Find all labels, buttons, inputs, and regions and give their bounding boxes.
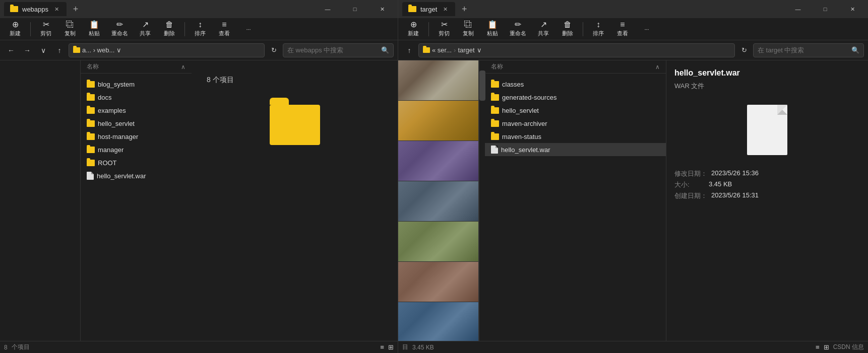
left-sort-button[interactable]: ↕ 排序 xyxy=(189,19,211,39)
right-paste-button[interactable]: 📋 粘贴 xyxy=(481,19,504,39)
list-item[interactable]: host-manager xyxy=(81,130,192,143)
left-copy-button[interactable]: ⿻ 复制 xyxy=(59,19,81,39)
left-main-content: 名称 ∧ blog_systemdocsexampleshello_servle… xyxy=(0,60,398,341)
left-col-name: 名称 xyxy=(87,62,181,71)
item-name: examples xyxy=(98,107,185,114)
list-item[interactable]: docs xyxy=(81,91,192,104)
right-search-box[interactable]: 🔍 xyxy=(753,43,864,57)
right-view-button[interactable]: ≡ 查看 xyxy=(611,19,634,39)
item-name: host-manager xyxy=(98,133,185,140)
list-item[interactable]: maven-archiver xyxy=(485,117,666,130)
detail-size-label: 大小: xyxy=(674,180,705,189)
item-name: hello_servlet.war xyxy=(97,172,185,180)
list-item[interactable]: hello_servlet xyxy=(485,104,666,117)
right-tab[interactable]: target ✕ xyxy=(402,2,455,16)
item-name: manager xyxy=(98,146,185,154)
right-file-list: classesgenerated-sourceshello_servletmav… xyxy=(485,74,666,341)
right-new-tab-button[interactable]: + xyxy=(457,2,471,16)
right-share-button[interactable]: ↗ 共享 xyxy=(532,19,554,39)
right-more-button[interactable]: ··· xyxy=(636,24,658,34)
left-minimize-button[interactable]: — xyxy=(316,2,339,16)
folder-icon xyxy=(491,133,499,140)
left-view-grid-button[interactable]: ⊞ xyxy=(388,343,394,351)
list-item[interactable]: examples xyxy=(81,104,192,117)
left-delete-label: 删除 xyxy=(164,30,175,37)
left-window: webapps ✕ + — □ ✕ ⊕ 新建 ✂ 剪切 ⿻ 复制 📋 粘贴 ✏ xyxy=(0,0,398,353)
list-item[interactable]: maven-status xyxy=(485,130,666,143)
left-share-button[interactable]: ↗ 共享 xyxy=(134,19,156,39)
left-refresh-button[interactable]: ↻ xyxy=(267,43,281,57)
right-scrollbar-track[interactable] xyxy=(479,60,485,341)
thumbnail-6 xyxy=(398,262,478,302)
breadcrumb-expand-button[interactable]: ∨ xyxy=(116,46,121,54)
left-new-tab-button[interactable]: + xyxy=(69,2,83,16)
left-search-icon[interactable]: 🔍 xyxy=(381,46,389,54)
left-copy-label: 复制 xyxy=(65,30,76,37)
list-item[interactable]: classes xyxy=(485,78,666,91)
right-refresh-button[interactable]: ↻ xyxy=(737,43,751,57)
left-breadcrumb[interactable]: a... › web... ∨ xyxy=(69,43,265,57)
left-up-button[interactable]: ↑ xyxy=(52,43,67,57)
left-view-list-button[interactable]: ≡ xyxy=(380,343,384,351)
item-name: hello_servlet xyxy=(98,120,185,127)
left-new-button[interactable]: ⊕ 新建 xyxy=(4,19,26,39)
list-item[interactable]: manager xyxy=(81,143,192,156)
left-dropdown-button[interactable]: ∨ xyxy=(36,43,50,57)
left-delete-button[interactable]: 🗑 删除 xyxy=(158,19,180,39)
right-breadcrumb-current[interactable]: target xyxy=(458,46,474,54)
right-maximize-button[interactable]: □ xyxy=(814,2,837,16)
folder-icon xyxy=(491,81,499,88)
left-nav-pane xyxy=(0,60,81,341)
list-item[interactable]: hello_servlet.war xyxy=(81,169,192,182)
breadcrumb-path[interactable]: a... › web... xyxy=(82,46,114,54)
right-minimize-button[interactable]: — xyxy=(786,2,810,16)
list-item[interactable]: hello_servlet.war xyxy=(485,143,666,156)
left-back-button[interactable]: ← xyxy=(4,43,18,57)
left-search-input[interactable] xyxy=(287,46,379,54)
right-sort-button[interactable]: ↕ 排序 xyxy=(587,19,609,39)
right-breadcrumb-folder-icon xyxy=(423,47,430,53)
right-cut-label: 剪切 xyxy=(439,30,450,37)
right-tab-close-button[interactable]: ✕ xyxy=(441,5,449,13)
list-item[interactable]: ROOT xyxy=(81,156,192,169)
left-file-pane: 名称 ∧ blog_systemdocsexampleshello_servle… xyxy=(81,60,192,341)
right-sort-icon: ↕ xyxy=(596,21,600,29)
right-breadcrumb-parent[interactable]: « ser... xyxy=(432,46,452,54)
right-up-button[interactable]: ↑ xyxy=(402,43,416,57)
left-more-button[interactable]: ··· xyxy=(237,24,260,34)
right-copy-label: 复制 xyxy=(463,30,474,37)
right-rename-button[interactable]: ✏ 重命名 xyxy=(506,19,530,39)
right-view-list-button[interactable]: ≡ xyxy=(816,343,820,351)
list-item[interactable]: blog_system xyxy=(81,78,192,91)
right-search-input[interactable] xyxy=(758,46,849,54)
left-rename-button[interactable]: ✏ 重命名 xyxy=(107,19,132,39)
list-item[interactable]: generated-sources xyxy=(485,91,666,104)
list-item[interactable]: hello_servlet xyxy=(81,117,192,130)
left-close-button[interactable]: ✕ xyxy=(370,2,394,16)
right-cut-button[interactable]: ✂ 剪切 xyxy=(433,19,455,39)
left-tab-title: webapps xyxy=(22,6,48,13)
left-tab[interactable]: webapps ✕ xyxy=(4,2,67,16)
left-preview-area: 8 个项目 xyxy=(192,60,398,341)
left-search-box[interactable]: 🔍 xyxy=(283,43,394,57)
left-view-button[interactable]: ≡ 查看 xyxy=(213,19,235,39)
left-tab-close-button[interactable]: ✕ xyxy=(52,5,60,13)
thumbnail-5 xyxy=(398,222,478,262)
right-breadcrumb[interactable]: « ser... › target ∨ xyxy=(418,43,735,57)
right-close-button[interactable]: ✕ xyxy=(841,2,864,16)
right-new-button[interactable]: ⊕ 新建 xyxy=(402,19,424,39)
paste-icon: 📋 xyxy=(89,21,99,29)
right-search-icon[interactable]: 🔍 xyxy=(851,46,859,54)
detail-filename: hello_servlet.war xyxy=(674,68,740,78)
left-maximize-button[interactable]: □ xyxy=(343,2,366,16)
item-name: classes xyxy=(502,81,660,88)
right-view-grid-button[interactable]: ⊞ xyxy=(824,343,829,351)
right-copy-button[interactable]: ⿻ 复制 xyxy=(457,19,479,39)
right-window: target ✕ + — □ ✕ ⊕ 新建 ✂ 剪切 ⿻ 复制 📋 粘贴 ✏ xyxy=(398,0,868,353)
right-breadcrumb-expand-button[interactable]: ∨ xyxy=(477,46,482,54)
left-paste-button[interactable]: 📋 粘贴 xyxy=(83,19,105,39)
right-detail-pane: hello_servlet.war WAR 文件 修改日期： 2023/5/26… xyxy=(666,60,868,341)
left-forward-button[interactable]: → xyxy=(20,43,34,57)
right-delete-button[interactable]: 🗑 删除 xyxy=(556,19,579,39)
left-cut-button[interactable]: ✂ 剪切 xyxy=(35,19,57,39)
